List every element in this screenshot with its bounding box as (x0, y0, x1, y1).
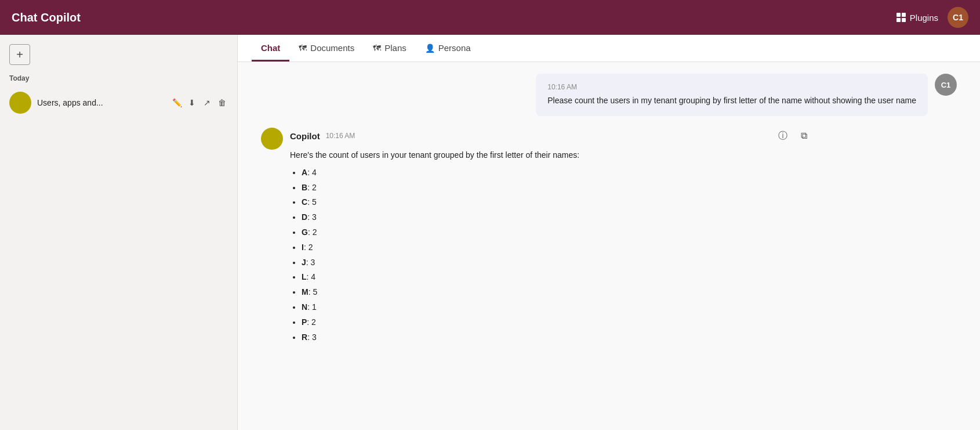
copilot-message-content: Copilot 10:16 AM ⓘ ⧉ Here's the count of… (290, 128, 812, 345)
messages-area: 10:16 AM Please count the users in my te… (238, 62, 980, 430)
user-message-text: Please count the users in my tenant grou… (547, 95, 916, 107)
tab-documents[interactable]: 🗺 Documents (289, 35, 364, 62)
list-item: D: 3 (302, 211, 812, 225)
copilot-message-body: Here's the count of users in your tenant… (290, 149, 812, 344)
plugins-button[interactable]: Plugins (896, 12, 938, 23)
svg-rect-0 (896, 13, 901, 17)
svg-rect-1 (902, 13, 906, 17)
list-item: P: 2 (302, 316, 812, 330)
delete-icon[interactable]: 🗑 (216, 97, 228, 109)
svg-rect-2 (896, 18, 901, 22)
list-item: C: 5 (302, 196, 812, 209)
new-chat-button[interactable]: + (9, 44, 30, 65)
copilot-name: Copilot (290, 131, 320, 141)
user-avatar-label: C1 (941, 81, 951, 89)
content-area: Chat 🗺 Documents 🗺 Plans 👤 Persona 10:16… (238, 35, 980, 430)
edit-icon[interactable]: ✏️ (171, 97, 183, 109)
copilot-message-time: 10:16 AM (326, 132, 355, 140)
user-message-avatar: C1 (935, 74, 957, 96)
copilot-intro-text: Here's the count of users in your tenant… (290, 150, 579, 160)
user-message-row: 10:16 AM Please count the users in my te… (261, 74, 957, 116)
download-icon[interactable]: ⬇ (186, 97, 198, 109)
tab-chat-label: Chat (261, 43, 280, 53)
copilot-message-row: Copilot 10:16 AM ⓘ ⧉ Here's the count of… (261, 128, 957, 345)
user-message-bubble: 10:16 AM Please count the users in my te… (536, 74, 928, 116)
avatar-label: C1 (953, 13, 963, 22)
tab-plans-label: Plans (384, 43, 406, 53)
copilot-avatar (261, 128, 283, 150)
copilot-letter-list: A: 4 B: 2 C: 5 D: 3 G: 2 I: 2 J: 3 L: 4 … (302, 166, 812, 345)
list-item: J: 3 (302, 256, 812, 270)
tab-persona-label: Persona (438, 43, 471, 53)
copy-button[interactable]: ⧉ (796, 128, 812, 144)
list-item: A: 4 (302, 166, 812, 180)
user-avatar-topbar[interactable]: C1 (948, 7, 968, 28)
sidebar-today-label: Today (0, 72, 237, 87)
topbar-right: Plugins C1 (896, 7, 968, 28)
plus-icon: + (16, 48, 23, 62)
list-item: L: 4 (302, 270, 812, 284)
list-item: N: 1 (302, 301, 812, 315)
chat-item-avatar (9, 92, 31, 114)
grid-icon (896, 12, 906, 23)
plugins-label: Plugins (910, 13, 938, 23)
tab-plans[interactable]: 🗺 Plans (364, 35, 416, 62)
user-message-time: 10:16 AM (547, 83, 916, 91)
svg-rect-3 (902, 18, 906, 22)
copilot-name-time: Copilot 10:16 AM (290, 131, 355, 141)
chat-item-label: Users, apps and... (37, 98, 165, 107)
list-item: G: 2 (302, 226, 812, 240)
persona-icon: 👤 (425, 44, 435, 53)
tab-chat[interactable]: Chat (252, 35, 289, 62)
copilot-message-header: Copilot 10:16 AM ⓘ ⧉ (290, 128, 812, 144)
plans-icon: 🗺 (373, 44, 381, 53)
share-icon[interactable]: ↗ (201, 97, 213, 109)
list-item: R: 3 (302, 331, 812, 345)
sidebar: + Today Users, apps and... ✏️ ⬇ ↗ 🗑 (0, 35, 238, 430)
list-item: I: 2 (302, 241, 812, 255)
copilot-actions: ⓘ ⧉ (775, 128, 812, 144)
list-item: B: 2 (302, 181, 812, 195)
tabs-bar: Chat 🗺 Documents 🗺 Plans 👤 Persona (238, 35, 980, 62)
sidebar-chat-item[interactable]: Users, apps and... ✏️ ⬇ ↗ 🗑 (0, 87, 237, 118)
tab-persona[interactable]: 👤 Persona (416, 35, 480, 62)
app-title: Chat Copilot (12, 11, 81, 24)
documents-icon: 🗺 (299, 44, 307, 53)
info-button[interactable]: ⓘ (775, 128, 791, 144)
tab-documents-label: Documents (310, 43, 354, 53)
list-item: M: 5 (302, 286, 812, 299)
chat-item-actions: ✏️ ⬇ ↗ 🗑 (171, 97, 228, 109)
topbar: Chat Copilot Plugins C1 (0, 0, 980, 35)
main-layout: + Today Users, apps and... ✏️ ⬇ ↗ 🗑 Chat… (0, 35, 980, 430)
